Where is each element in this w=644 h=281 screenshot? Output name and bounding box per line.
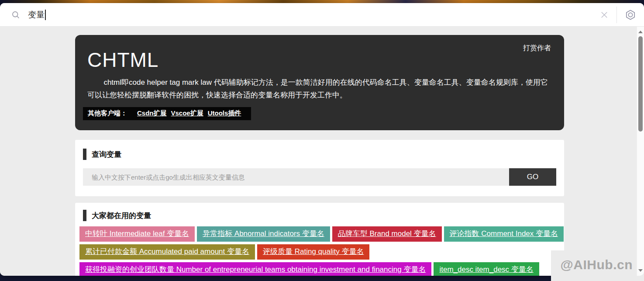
client-links: Csdn扩展Vscoe扩展Utools插件 [137,109,245,118]
other-clients-label: 其他客户端： [88,109,127,118]
tag-row: 中转叶 Intermediate leaf 变量名异常指标 Abnormal i… [79,226,560,242]
popular-section-header: 大家都在用的变量 [83,210,560,221]
client-link[interactable]: Utools插件 [208,109,241,117]
popular-section-title: 大家都在用的变量 [92,211,151,221]
query-section-header: 查询变量 [83,149,556,160]
popular-tag[interactable]: 获得投融资的创业团队数量 Number of entrepreneurial t… [79,262,431,276]
popular-tag[interactable]: 累计已付款金额 Accumulated paid amount 变量名 [79,244,255,260]
close-icon[interactable] [600,10,609,19]
go-button[interactable]: GO [509,168,556,186]
popular-variables-section: 大家都在用的变量 中转叶 Intermediate leaf 变量名异常指标 A… [75,203,564,276]
topbar-actions [600,7,636,23]
query-section-title: 查询变量 [92,149,121,160]
vertical-scrollbar[interactable] [637,27,644,276]
app-description: chtml即code helper tag mark law 代码辅助标记方法，… [87,76,551,101]
topbar-divider [616,7,617,23]
app-title: CHTML [87,48,564,72]
search-icon [11,10,20,19]
popular-tag[interactable]: item_desc item_desc 变量名 [434,262,539,276]
settings-icon[interactable] [625,9,636,21]
popular-tag[interactable]: 异常指标 Abnormal indicators 变量名 [197,226,330,242]
popular-tag[interactable]: 评级质量 Rating quality 变量名 [257,244,369,260]
watermark: @AIHub.cn [551,250,644,281]
tag-row: 累计已付款金额 Accumulated paid amount 变量名评级质量 … [79,244,560,260]
popular-tag[interactable]: 品牌车型 Brand model 变量名 [332,226,442,242]
other-clients-strip: 其他客户端： Csdn扩展Vscoe扩展Utools插件 [83,107,251,120]
donate-author-link[interactable]: 打赏作者 [523,44,551,53]
app-window: 变量 打赏作者 CHTML chtml即code helper tag mark… [0,3,644,276]
section-accent-bar [83,149,86,160]
scroll-down-arrow-icon[interactable] [638,269,643,272]
section-accent-bar [83,210,86,221]
popular-tags: 中转叶 Intermediate leaf 变量名异常指标 Abnormal i… [79,226,560,276]
scrollbar-thumb[interactable] [638,36,643,132]
tag-row: 获得投融资的创业团队数量 Number of entrepreneurial t… [79,262,560,276]
hero-card: 打赏作者 CHTML chtml即code helper tag mark la… [75,35,564,130]
page-content: 打赏作者 CHTML chtml即code helper tag mark la… [0,27,644,276]
client-link[interactable]: Vscoe扩展 [171,109,203,117]
popular-tag[interactable]: 中转叶 Intermediate leaf 变量名 [79,226,195,242]
search-input[interactable]: 变量 [28,9,600,21]
search-bar: 变量 [0,3,644,27]
query-variable-section: 查询变量 GO [75,140,564,196]
text-caret [45,10,46,20]
search-input-value: 变量 [28,9,45,21]
popular-tag[interactable]: 评论指数 Comment Index 变量名 [444,226,564,242]
variable-query-input[interactable] [83,168,509,186]
client-link[interactable]: Csdn扩展 [137,109,167,117]
query-input-row: GO [83,168,556,186]
scroll-up-arrow-icon[interactable] [638,31,643,33]
